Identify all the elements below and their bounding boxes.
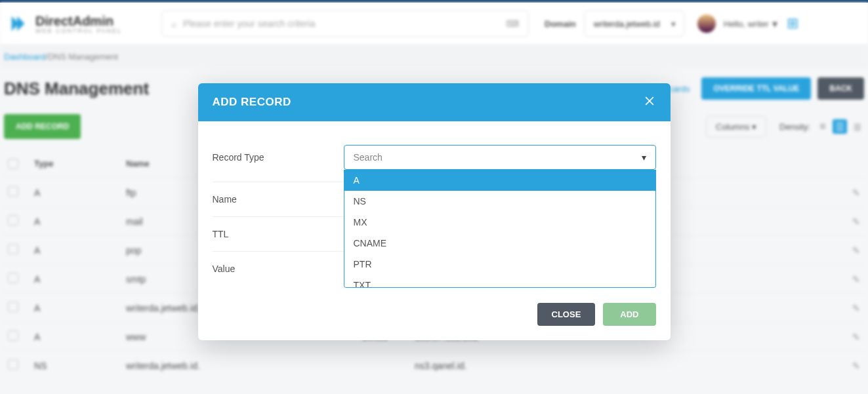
label-value: Value xyxy=(213,264,344,274)
dropdown-item-mx[interactable]: MX xyxy=(344,212,655,233)
record-type-dropdown: ANSMXCNAMEPTRTXT xyxy=(344,170,656,288)
modal-backdrop: ADD RECORD Record Type Search ▾ ANSMXCNA… xyxy=(0,0,868,394)
close-icon[interactable] xyxy=(643,94,656,110)
add-button[interactable]: ADD xyxy=(603,303,655,326)
label-ttl: TTL xyxy=(213,229,344,239)
dropdown-item-cname[interactable]: CNAME xyxy=(344,233,655,254)
close-button[interactable]: CLOSE xyxy=(537,303,596,326)
record-type-select[interactable]: Search ▾ xyxy=(344,145,656,170)
modal-title: ADD RECORD xyxy=(213,96,643,109)
dropdown-item-txt[interactable]: TXT xyxy=(344,275,655,288)
dropdown-item-ns[interactable]: NS xyxy=(344,191,655,212)
select-placeholder: Search xyxy=(354,152,382,163)
label-record-type: Record Type xyxy=(213,152,344,163)
dropdown-item-ptr[interactable]: PTR xyxy=(344,254,655,275)
dropdown-item-a[interactable]: A xyxy=(344,170,655,191)
chevron-down-icon: ▾ xyxy=(642,152,646,163)
add-record-modal: ADD RECORD Record Type Search ▾ ANSMXCNA… xyxy=(198,83,671,340)
label-name: Name xyxy=(213,194,344,205)
